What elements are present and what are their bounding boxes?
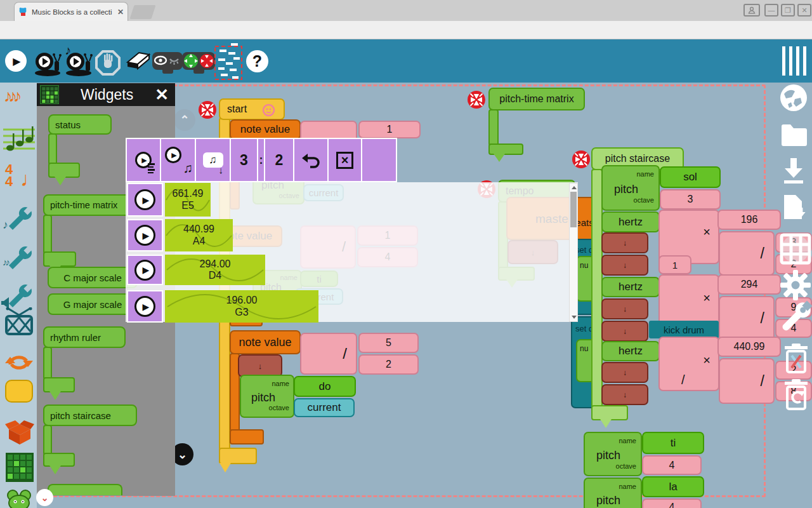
pitch-time-matrix-block[interactable]: pitch-time matrix xyxy=(488,88,585,110)
open-folder-icon[interactable] xyxy=(780,123,808,147)
scroll-arrow-up-icon[interactable] xyxy=(572,186,577,189)
window-close-button[interactable]: ✕ xyxy=(797,4,811,17)
palette-block-rhythm-ruler[interactable]: rhythm ruler xyxy=(43,326,126,348)
erase-button[interactable] xyxy=(122,51,150,71)
palette-tone-icon[interactable]: ♪ xyxy=(4,204,34,237)
solfege-block[interactable]: ti xyxy=(642,432,704,454)
empty-trash-icon[interactable] xyxy=(782,344,810,374)
number-block[interactable]: 1 xyxy=(358,121,421,138)
save-stack-button[interactable]: ♫ ↓ xyxy=(196,139,230,181)
number-block[interactable]: 196 xyxy=(717,210,781,230)
browser-tab[interactable]: Music Blocks is a collecti ✕ xyxy=(14,2,128,21)
cartesian-grid-icon[interactable] xyxy=(778,231,812,267)
play-slow-snail-button[interactable] xyxy=(34,51,62,76)
number-block[interactable]: 2 xyxy=(358,354,419,375)
planet-icon[interactable] xyxy=(779,83,808,112)
number-block[interactable]: 5 xyxy=(358,333,419,353)
scroll-up-button[interactable]: ⌃ xyxy=(174,109,195,131)
divide-block[interactable]: / xyxy=(719,231,775,276)
play-button[interactable]: ▶ xyxy=(5,50,27,72)
expand-collapse-blocks-button[interactable] xyxy=(182,50,215,76)
collapse-icon[interactable] xyxy=(572,150,591,169)
pitch-block[interactable]: name pitch octave xyxy=(240,375,294,418)
block-size-grid-button[interactable] xyxy=(214,43,242,80)
row-play-button[interactable]: ▶ xyxy=(127,255,163,285)
play-chord-button[interactable]: ▶ xyxy=(127,139,160,181)
download-icon[interactable] xyxy=(783,158,804,185)
divide-block[interactable]: / xyxy=(300,333,357,375)
hertz-block[interactable]: hertz xyxy=(601,211,660,232)
pitch-block[interactable]: name pitch octave xyxy=(584,432,642,476)
collapsed-block[interactable]: ↓ xyxy=(601,298,648,319)
collapse-icon[interactable] xyxy=(198,100,217,119)
hide-blocks-button[interactable] xyxy=(152,50,183,76)
multiply-block[interactable]: × xyxy=(658,274,719,328)
palette-rhythm-icon[interactable]: ♪♪♪ xyxy=(4,86,18,106)
collapse-icon[interactable] xyxy=(467,90,486,109)
number-block[interactable]: 440.99 xyxy=(717,337,781,357)
widget-scrollbar[interactable] xyxy=(569,183,578,322)
row-play-button[interactable]: ▶ xyxy=(127,290,163,323)
palette-block-pitch-time-matrix[interactable]: pitch-time matrix xyxy=(43,194,138,216)
menu-bars-icon[interactable] xyxy=(782,46,806,76)
palette-pitch-icon[interactable] xyxy=(3,124,35,154)
collapsed-block[interactable]: ↓ xyxy=(601,321,648,342)
divide-block[interactable]: / xyxy=(719,358,775,404)
solfege-block[interactable]: sol xyxy=(660,166,721,188)
collapsed-block[interactable]: ↓ xyxy=(601,255,648,276)
note-value-block[interactable]: note value xyxy=(230,330,301,354)
save-stack-icon[interactable] xyxy=(782,194,812,225)
palette-block-status[interactable]: status xyxy=(48,114,112,135)
palette-drum-icon[interactable] xyxy=(3,307,35,338)
restore-trash-icon[interactable] xyxy=(782,379,810,411)
solfege-block[interactable]: do xyxy=(294,376,356,397)
settings-gear-icon[interactable] xyxy=(780,269,811,301)
palette-mouse-icon[interactable] xyxy=(4,489,34,508)
row-play-button[interactable]: ▶ xyxy=(127,219,163,251)
staircase-step[interactable]: 294.00D4 xyxy=(165,255,265,285)
utility-wrench-icon[interactable] xyxy=(775,298,812,338)
scrollbar-thumb[interactable] xyxy=(570,192,577,227)
number-block[interactable]: 4 xyxy=(642,455,702,475)
restore-button[interactable]: ❐ xyxy=(781,4,795,17)
multiply-block[interactable]: × / xyxy=(658,337,719,391)
palette-boxes-icon[interactable] xyxy=(5,418,34,446)
collapsed-block[interactable]: ↓ xyxy=(601,384,648,405)
divide-block[interactable]: / xyxy=(719,296,775,340)
palette-intervals-icon[interactable]: ♪♪ xyxy=(4,244,34,277)
play-step-snail-button[interactable]: ♪ xyxy=(63,44,94,76)
hertz-block[interactable]: hertz xyxy=(601,277,660,297)
number-block[interactable]: 294 xyxy=(717,274,781,295)
palette-action-icon[interactable] xyxy=(5,380,33,403)
new-tab-button[interactable] xyxy=(129,5,155,19)
ratio-numerator[interactable]: 3 xyxy=(231,139,257,181)
number-block[interactable]: 4 xyxy=(642,498,702,508)
stop-button[interactable] xyxy=(95,50,121,76)
hertz-block[interactable]: hertz xyxy=(601,341,660,361)
kick-drum-block[interactable]: kick drum xyxy=(649,321,719,338)
palette-block-c-major-scale[interactable]: C major scale xyxy=(48,267,138,288)
palette-block-partial[interactable] xyxy=(48,484,122,495)
ratio-denominator[interactable]: 2 xyxy=(265,139,293,181)
play-scale-button[interactable]: ▶ ♫ xyxy=(161,139,195,181)
staircase-step[interactable]: 661.49E5 xyxy=(165,183,211,217)
scroll-arrow-down-icon[interactable] xyxy=(572,316,577,319)
help-button[interactable]: ? xyxy=(246,50,268,72)
widgets-panel-close-icon[interactable]: ✕ xyxy=(155,85,169,105)
number-block[interactable]: 3 xyxy=(660,189,721,210)
palette-flow-icon[interactable] xyxy=(5,349,33,375)
profile-icon[interactable] xyxy=(743,4,760,17)
number-block[interactable]: 1 xyxy=(658,255,691,274)
start-block[interactable]: start xyxy=(219,98,285,120)
widgets-panel-header[interactable]: Widgets ✕ xyxy=(37,83,175,106)
palette-collapse-button[interactable]: ⌄ xyxy=(36,489,53,506)
undo-button[interactable] xyxy=(294,139,327,181)
collapsed-block[interactable]: ↓ xyxy=(238,354,282,377)
palette-widgets-icon[interactable] xyxy=(5,452,34,483)
collapsed-block[interactable]: ↓ xyxy=(601,362,648,383)
palette-block-g-major-scale[interactable]: G major scale xyxy=(48,293,138,315)
tab-close-icon[interactable]: ✕ xyxy=(117,8,124,17)
pitch-block[interactable]: name pitch octave xyxy=(601,165,660,211)
collapsed-block[interactable]: ↓ xyxy=(601,232,648,253)
staircase-step[interactable]: 196.00G3 xyxy=(165,290,318,323)
